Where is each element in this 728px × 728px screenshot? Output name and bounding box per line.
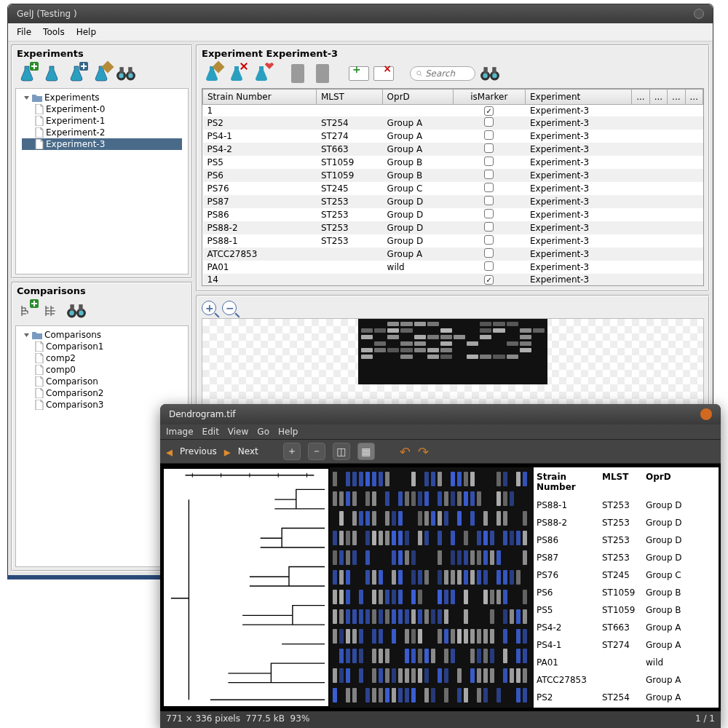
col-marker[interactable]: isMarker: [453, 90, 525, 105]
checkbox[interactable]: [484, 170, 494, 179]
viewer-menu-view[interactable]: View: [228, 427, 248, 437]
tree-item[interactable]: comp0: [22, 364, 182, 376]
checkbox[interactable]: [484, 117, 494, 127]
tree-multi-icon[interactable]: [41, 301, 62, 321]
next-arrow-icon[interactable]: ▸: [224, 444, 231, 459]
viewer-titlebar[interactable]: Dendrogram.tif: [160, 404, 721, 424]
checkbox[interactable]: [484, 130, 494, 140]
titlebar[interactable]: GelJ (Testing ): [8, 4, 713, 23]
menu-tools[interactable]: Tools: [39, 25, 69, 39]
viewer-menu-edit[interactable]: Edit: [202, 427, 219, 437]
col-extra[interactable]: ...: [649, 90, 667, 105]
viewer-menu-help[interactable]: Help: [278, 427, 298, 437]
table-row[interactable]: PS76 ST245 Group C Experiment-3: [203, 182, 703, 195]
prev-arrow-icon[interactable]: ◂: [166, 444, 173, 459]
table-row[interactable]: 14 ✓ Experiment-3: [203, 274, 703, 285]
delete-rect-icon[interactable]: ×: [373, 63, 394, 84]
table-row[interactable]: PS4-2 ST663 Group A Experiment-3: [203, 143, 703, 156]
checkbox[interactable]: [484, 222, 494, 232]
tree-item[interactable]: Experiment-3: [22, 138, 182, 150]
viewer-body[interactable]: Strain Number MLST OprD PS88-1ST253Group…: [160, 464, 721, 711]
checkbox[interactable]: [484, 196, 494, 205]
strain-table[interactable]: Strain Number MLST OprD isMarker Experim…: [202, 88, 704, 286]
table-row[interactable]: ATCC27853 Group A Experiment-3: [203, 248, 703, 261]
tree-item[interactable]: comp2: [22, 352, 182, 364]
flask-heart-icon[interactable]: [251, 63, 272, 84]
col-mlst[interactable]: MLST: [316, 90, 382, 105]
viewer-menu-image[interactable]: Image: [166, 427, 194, 437]
checkbox[interactable]: [484, 157, 494, 166]
svg-rect-3: [128, 67, 132, 74]
binoculars-icon[interactable]: [116, 63, 136, 84]
table-row[interactable]: PS5 ST1059 Group B Experiment-3: [203, 156, 703, 169]
add-rect-icon[interactable]: +: [349, 63, 369, 84]
col-extra[interactable]: ...: [632, 90, 649, 105]
col-exp[interactable]: Experiment: [525, 90, 631, 105]
tree-item[interactable]: Comparison: [22, 376, 182, 387]
col-extra[interactable]: ...: [685, 90, 703, 105]
col-oprd[interactable]: OprD: [382, 90, 453, 105]
binoculars-icon[interactable]: [66, 301, 87, 321]
flask-import-icon[interactable]: [66, 63, 87, 84]
zoom-out-button[interactable]: －: [308, 443, 325, 460]
close-icon[interactable]: [694, 9, 704, 19]
checkbox[interactable]: [484, 235, 494, 245]
checkbox[interactable]: [484, 143, 494, 153]
tree-add-icon[interactable]: [17, 301, 37, 321]
search-field[interactable]: [410, 66, 475, 81]
grey-tool-1[interactable]: [288, 63, 308, 84]
tree-root-comparisons[interactable]: Comparisons: [22, 329, 182, 341]
list-item: PA01wild: [537, 654, 716, 671]
checkbox[interactable]: ✓: [484, 275, 494, 285]
checkbox[interactable]: [484, 209, 494, 218]
fit-width-button[interactable]: ◫: [333, 443, 350, 460]
flask-add-icon[interactable]: [17, 63, 37, 84]
zoom-in-button[interactable]: ＋: [283, 443, 301, 460]
table-row[interactable]: PS86 ST253 Group D Experiment-3: [203, 208, 703, 221]
table-row[interactable]: PS4-1 ST274 Group A Experiment-3: [203, 130, 703, 143]
col-strain[interactable]: Strain Number: [203, 90, 317, 105]
rotate-left-icon[interactable]: ↶: [400, 444, 411, 459]
tree-item[interactable]: Comparison2: [22, 387, 182, 399]
table-row[interactable]: PS6 ST1059 Group B Experiment-3: [203, 169, 703, 182]
table-row[interactable]: 1 ✓ Experiment-3: [203, 105, 703, 117]
menu-help[interactable]: Help: [72, 25, 100, 39]
prev-button[interactable]: Previous: [180, 446, 217, 456]
table-row[interactable]: PS88-1 ST253 Group D Experiment-3: [203, 234, 703, 248]
next-button[interactable]: Next: [238, 446, 258, 456]
tree-item[interactable]: Experiment-2: [22, 127, 182, 138]
checkbox[interactable]: [484, 183, 494, 192]
table-row[interactable]: PS88-2 ST253 Group D Experiment-3: [203, 221, 703, 234]
table-row[interactable]: PS2 ST254 Group A Experiment-3: [203, 116, 703, 130]
tree-item[interactable]: Experiment-1: [22, 115, 182, 127]
image-viewer-window: Dendrogram.tif Image Edit View Go Help ◂…: [160, 404, 721, 728]
svg-rect-2: [119, 67, 123, 74]
table-row[interactable]: PA01 wild Experiment-3: [203, 261, 703, 274]
tree-item[interactable]: Experiment-0: [22, 103, 182, 115]
flask-delete-icon[interactable]: [226, 63, 247, 84]
tree-root-experiments[interactable]: Experiments: [22, 92, 182, 103]
col-extra[interactable]: ...: [668, 90, 685, 105]
checkbox[interactable]: [484, 248, 494, 258]
viewer-menu-go[interactable]: Go: [257, 427, 269, 437]
zoom-in-icon[interactable]: +: [202, 301, 216, 315]
tree-item[interactable]: Comparison1: [22, 341, 182, 352]
viewer-close-icon[interactable]: [700, 408, 712, 420]
grey-tool-2[interactable]: [312, 63, 333, 84]
binoculars-icon[interactable]: [480, 63, 500, 84]
table-row[interactable]: PS87 ST253 Group D Experiment-3: [203, 195, 703, 208]
menu-file[interactable]: File: [12, 25, 36, 39]
fit-page-button[interactable]: ▦: [357, 443, 375, 460]
rotate-right-icon[interactable]: ↷: [418, 444, 429, 459]
flask-edit-icon[interactable]: [91, 63, 111, 84]
search-input[interactable]: [425, 68, 469, 79]
zoom-out-icon[interactable]: −: [222, 301, 237, 315]
flask-edit-icon[interactable]: [202, 63, 222, 84]
tree-item[interactable]: Comparison3: [22, 399, 182, 411]
checkbox[interactable]: [484, 261, 494, 271]
experiments-tree[interactable]: Experiments Experiment-0 Experiment-1 Ex…: [15, 88, 189, 274]
svg-point-12: [417, 71, 421, 75]
flask-icon[interactable]: [41, 63, 62, 84]
menubar: File Tools Help: [8, 23, 713, 41]
checkbox[interactable]: ✓: [484, 106, 494, 116]
